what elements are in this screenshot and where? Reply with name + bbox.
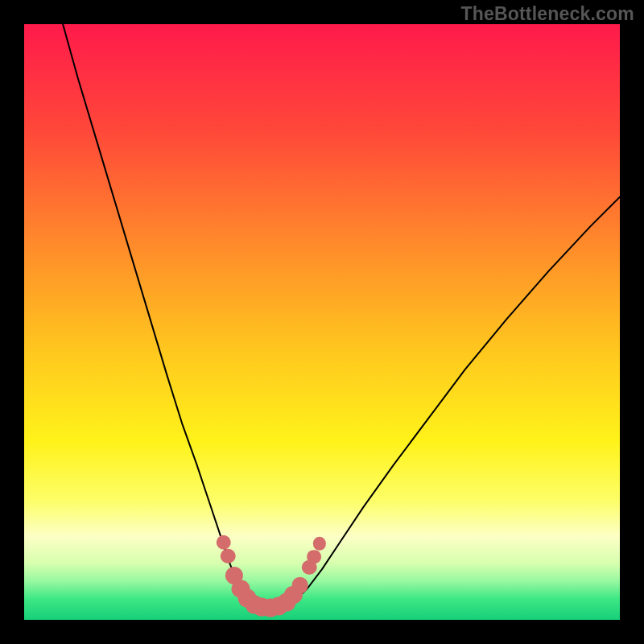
trough-bead xyxy=(217,535,232,551)
chart-stage: TheBottleneck.com xyxy=(0,0,644,644)
bottleneck-curve-path xyxy=(63,24,620,610)
chart-curve xyxy=(24,24,620,620)
watermark-text: TheBottleneck.com xyxy=(460,3,634,25)
chart-plot-area xyxy=(24,24,620,620)
trough-bead xyxy=(221,549,236,564)
trough-bead xyxy=(308,550,322,564)
trough-bead xyxy=(291,577,308,594)
